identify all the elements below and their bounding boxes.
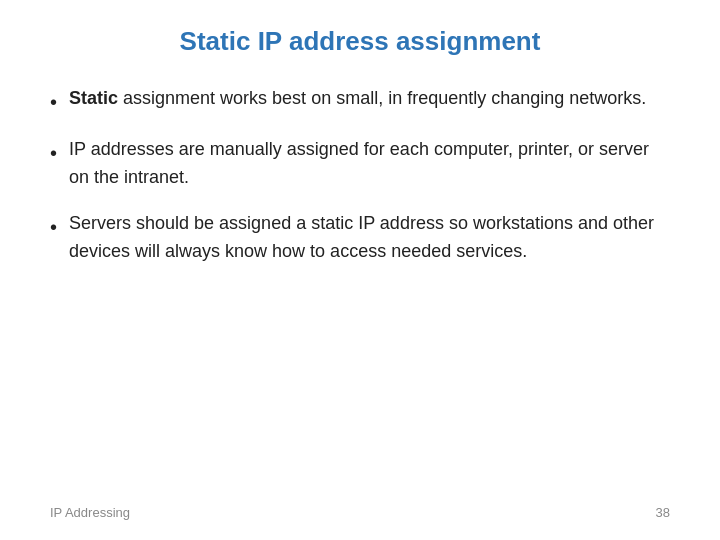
slide-title: Static IP address assignment bbox=[50, 20, 670, 57]
bullet-text-3: Servers should be assigned a static IP a… bbox=[69, 210, 670, 266]
footer-right: 38 bbox=[656, 505, 670, 520]
bullet-1-rest: assignment works best on small, in frequ… bbox=[118, 88, 646, 108]
bullet-text-2: IP addresses are manually assigned for e… bbox=[69, 136, 670, 192]
bullet-text-1: Static assignment works best on small, i… bbox=[69, 85, 670, 113]
bullet-1-bold: Static bbox=[69, 88, 118, 108]
bullet-dot-2: • bbox=[50, 138, 57, 169]
slide-footer: IP Addressing 38 bbox=[50, 497, 670, 520]
bullet-dot-1: • bbox=[50, 87, 57, 118]
bullet-dot-3: • bbox=[50, 212, 57, 243]
bullet-item-1: • Static assignment works best on small,… bbox=[50, 85, 670, 118]
bullet-item-2: • IP addresses are manually assigned for… bbox=[50, 136, 670, 192]
footer-left: IP Addressing bbox=[50, 505, 130, 520]
bullet-item-3: • Servers should be assigned a static IP… bbox=[50, 210, 670, 266]
slide: Static IP address assignment • Static as… bbox=[0, 0, 720, 540]
bullet-section: • Static assignment works best on small,… bbox=[50, 85, 670, 497]
